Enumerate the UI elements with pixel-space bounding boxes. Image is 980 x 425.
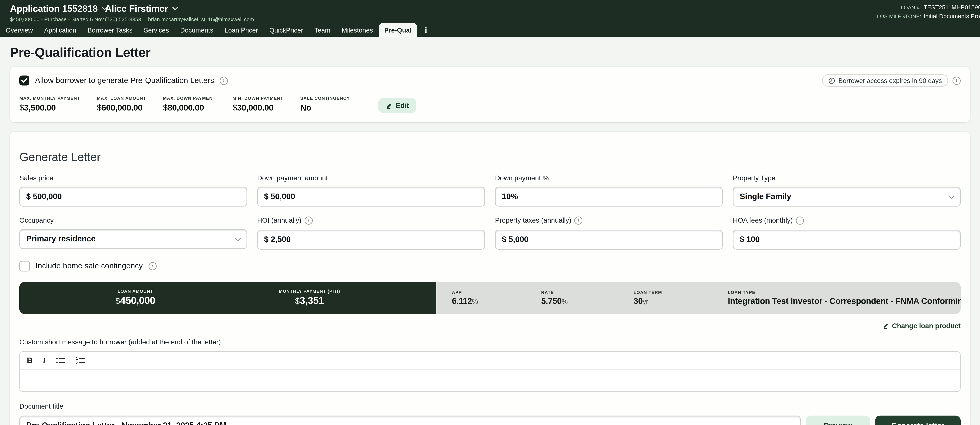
check-icon — [21, 78, 27, 83]
main-nav: Overview Application Borrower Tasks Serv… — [0, 23, 980, 37]
svg-text:2: 2 — [76, 361, 78, 364]
numbered-list-button[interactable]: 12 — [76, 357, 86, 364]
application-subtitle: $450,000.00 - Purchase - Started 6 Nov — [10, 16, 104, 22]
chevron-down-icon[interactable] — [172, 6, 178, 10]
field-occupancy: Occupancy Primary residence — [19, 216, 247, 250]
info-icon[interactable] — [953, 76, 961, 84]
application-title: Application 1552818 — [10, 3, 98, 14]
property-type-select[interactable]: Single Family — [733, 186, 961, 206]
tab-borrower-tasks[interactable]: Borrower Tasks — [82, 23, 138, 37]
field-hoi: HOI (annually) — [257, 216, 485, 250]
top-header: Application 1552818 $450,000.00 - Purcha… — [0, 0, 980, 37]
more-tabs-icon[interactable]: ⋮ — [417, 23, 435, 37]
down-payment-amount-input[interactable] — [257, 186, 485, 206]
tab-overview[interactable]: Overview — [0, 23, 38, 37]
app-viewport: Application 1552818 $450,000.00 - Purcha… — [0, 0, 980, 425]
tab-documents[interactable]: Documents — [175, 23, 219, 37]
field-down-payment-pct: Down payment % — [495, 174, 723, 206]
chevron-down-icon — [235, 237, 241, 241]
editor-toolbar: B I 12 — [20, 352, 960, 370]
chevron-down-icon — [948, 195, 955, 199]
borrower-name: Alice Firstimer — [105, 3, 168, 14]
stat-max-down-payment: MAX. DOWN PAYMENT $80,000.00 — [163, 96, 216, 112]
edit-button[interactable]: Edit — [378, 98, 417, 113]
borrower-switcher[interactable]: Alice Firstimer (720) 535-3353 brian.mcc… — [105, 3, 254, 22]
info-icon[interactable] — [574, 216, 582, 224]
main-content: Pre-Qualification Letter Allow borrower … — [0, 45, 980, 425]
generate-letter-card: Generate Letter Sales price Down payment… — [10, 132, 970, 425]
document-title-label: Document title — [19, 402, 961, 410]
info-icon[interactable] — [148, 262, 156, 270]
stat-min-down-payment: MIN. DOWN PAYMENT $30,000.00 — [232, 96, 283, 112]
loan-meta: LOAN #: TEST2511MHP01599 LOS MILESTONE: … — [877, 4, 980, 19]
numbered-list-icon: 12 — [76, 357, 86, 364]
occupancy-select[interactable]: Primary residence — [19, 229, 247, 248]
borrower-email: brian.mccarthy+alicefirst116@himaxwell.c… — [148, 16, 254, 22]
preview-button[interactable]: Preview — [806, 415, 870, 425]
tab-team[interactable]: Team — [309, 23, 336, 37]
hoa-fees-input[interactable] — [733, 229, 961, 249]
generate-letter-heading: Generate Letter — [19, 150, 961, 164]
field-property-type: Property Type Single Family — [733, 174, 961, 206]
custom-message-editor: B I 12 — [19, 351, 961, 392]
stat-max-loan-amount: MAX. LOAN AMOUNT $600,000.00 — [97, 96, 146, 112]
home-sale-contingency-label: Include home sale contingency — [35, 261, 143, 270]
summary-loan-amount: LOAN AMOUNT $450,000 — [116, 289, 155, 306]
allow-borrower-label: Allow borrower to generate Pre-Qualifica… — [35, 76, 214, 85]
summary-rate: RATE 5.750% — [541, 290, 633, 306]
loan-summary-bar: LOAN AMOUNT $450,000 MONTHLY PAYMENT (PI… — [19, 282, 961, 314]
summary-apr: APR 6.112% — [452, 290, 541, 306]
svg-text:1: 1 — [76, 357, 78, 360]
pencil-icon — [385, 102, 392, 109]
summary-loan-type: LOAN TYPE Integration Test Investor - Co… — [728, 290, 961, 306]
loan-summary-dark: LOAN AMOUNT $450,000 MONTHLY PAYMENT (PI… — [19, 282, 436, 314]
tab-quickpricer[interactable]: QuickPricer — [264, 23, 309, 37]
info-icon[interactable] — [220, 76, 228, 84]
sales-price-input[interactable] — [19, 186, 247, 206]
tab-pre-qual[interactable]: Pre-Qual — [379, 23, 417, 37]
allow-borrower-checkbox[interactable] — [19, 75, 29, 85]
stat-sale-contingency: SALE CONTINGENCY No — [300, 96, 350, 112]
loan-number-label: LOAN #: — [877, 5, 921, 11]
borrower-access-pill: Borrower access expires in 90 days — [822, 74, 948, 87]
field-hoa-fees: HOA fees (monthly) — [733, 216, 961, 250]
prequal-settings-card: Allow borrower to generate Pre-Qualifica… — [10, 67, 970, 122]
bold-button[interactable]: B — [27, 356, 33, 365]
page-title: Pre-Qualification Letter — [10, 45, 970, 60]
home-sale-contingency-checkbox[interactable] — [19, 261, 30, 271]
loan-number-value: TEST2511MHP01599 — [924, 4, 980, 11]
los-milestone-value: Initial Documents Provided — [924, 13, 980, 19]
tab-milestones[interactable]: Milestones — [336, 23, 379, 37]
hoi-input[interactable] — [257, 229, 485, 249]
loan-summary-gray: APR 6.112% RATE 5.750% LOAN TERM 30yr LO… — [436, 282, 961, 314]
application-switcher[interactable]: Application 1552818 $450,000.00 - Purcha… — [10, 3, 108, 22]
tab-application[interactable]: Application — [38, 23, 82, 37]
change-loan-product-link[interactable]: Change loan product — [883, 322, 961, 329]
bullet-list-button[interactable] — [56, 357, 66, 364]
italic-button[interactable]: I — [43, 355, 46, 365]
document-title-input[interactable] — [19, 415, 801, 425]
field-sales-price: Sales price — [19, 174, 247, 206]
field-property-taxes: Property taxes (annually) — [495, 216, 723, 250]
custom-message-input[interactable] — [20, 370, 960, 391]
bullet-list-icon — [56, 357, 66, 364]
summary-monthly-payment: MONTHLY PAYMENT (PITI) $3,351 — [279, 289, 340, 306]
borrower-phone: (720) 535-3353 — [105, 16, 141, 22]
summary-loan-term: LOAN TERM 30yr — [633, 290, 728, 306]
los-milestone-label: LOS MILESTONE: — [877, 13, 921, 19]
custom-message-label: Custom short message to borrower (added … — [19, 338, 961, 345]
generate-letter-button[interactable]: Generate letter — [875, 415, 961, 425]
stat-max-monthly-payment: MAX. MONTHLY PAYMENT $3,500.00 — [19, 96, 80, 112]
borrower-access-text: Borrower access expires in 90 days — [838, 77, 942, 84]
pencil-icon — [883, 322, 889, 329]
tab-loan-pricer[interactable]: Loan Pricer — [219, 23, 264, 37]
property-taxes-input[interactable] — [495, 229, 723, 249]
down-payment-pct-input[interactable] — [495, 186, 723, 206]
tab-services[interactable]: Services — [138, 23, 175, 37]
info-icon[interactable] — [305, 216, 313, 224]
field-down-payment-amount: Down payment amount — [257, 174, 485, 206]
clock-icon — [829, 77, 835, 84]
info-icon[interactable] — [796, 216, 804, 224]
